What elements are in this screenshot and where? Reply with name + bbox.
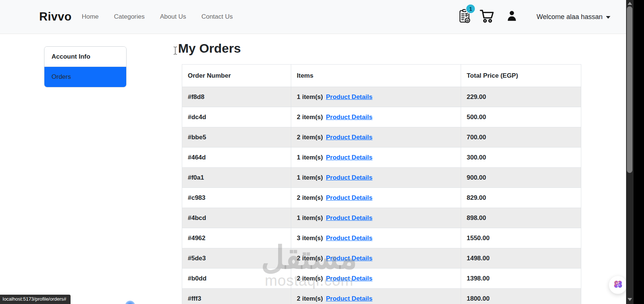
- header-order-number: Order Number: [182, 65, 291, 87]
- total-price-cell: 500.00: [461, 107, 581, 127]
- product-details-link[interactable]: Product Details: [326, 235, 373, 242]
- orders-table: Order Number Items Total Price (EGP) #f8…: [182, 64, 581, 304]
- header-items: Items: [291, 65, 461, 87]
- product-details-link[interactable]: Product Details: [326, 114, 373, 121]
- items-cell: 2 item(s)Product Details: [291, 248, 461, 269]
- navbar-right: 1: [458, 9, 610, 25]
- items-cell: 2 item(s)Product Details: [291, 107, 461, 127]
- header-total-price: Total Price (EGP): [461, 65, 581, 87]
- product-details-link[interactable]: Product Details: [326, 214, 373, 221]
- order-number-cell: #bbe5: [182, 127, 291, 148]
- total-price-cell: 1800.00: [461, 289, 581, 304]
- account-button[interactable]: [506, 10, 517, 24]
- order-row: #4962 3 item(s)Product Details 1550.00: [182, 228, 581, 248]
- order-number-cell: #5de3: [182, 248, 291, 269]
- user-icon: [506, 10, 517, 24]
- order-row: #fff3 2 item(s)Product Details 1800.00: [182, 289, 581, 304]
- total-price-cell: 829.00: [461, 188, 581, 208]
- total-price-cell: 1398.00: [461, 269, 581, 289]
- items-cell: 1 item(s)Product Details: [291, 87, 461, 107]
- order-number-cell: #4bcd: [182, 208, 291, 228]
- nav-link-categories[interactable]: Categories: [114, 13, 144, 21]
- items-cell: 2 item(s)Product Details: [291, 289, 461, 304]
- navbar: Rivvo Home Categories About Us Contact U…: [0, 0, 626, 34]
- welcome-label: Welcome alaa hassan: [536, 13, 603, 21]
- nav-link-about[interactable]: About Us: [160, 13, 186, 21]
- order-row: #464d 1 item(s)Product Details 300.00: [182, 148, 581, 168]
- order-row: #f8d8 1 item(s)Product Details 229.00: [182, 87, 581, 107]
- product-details-link[interactable]: Product Details: [326, 255, 373, 262]
- orders-count-badge: 1: [466, 4, 476, 14]
- order-number-cell: #c983: [182, 188, 291, 208]
- link-status-bar: localhost:5173/profile/orders#: [0, 295, 71, 304]
- sidebar-item-account-info[interactable]: Account Info: [44, 47, 126, 67]
- total-price-cell: 1550.00: [461, 228, 581, 248]
- items-cell: 1 item(s)Product Details: [291, 208, 461, 228]
- caret-down-icon: [606, 16, 610, 19]
- total-price-cell: 700.00: [461, 127, 581, 148]
- product-details-link[interactable]: Product Details: [326, 93, 373, 100]
- cart-button[interactable]: [479, 9, 495, 25]
- order-row: #5de3 2 item(s)Product Details 1498.00: [182, 248, 581, 269]
- items-cell: 2 item(s)Product Details: [291, 269, 461, 289]
- account-sidebar: Account Info Orders: [44, 46, 127, 87]
- total-price-cell: 898.00: [461, 208, 581, 228]
- product-details-link[interactable]: Product Details: [326, 194, 373, 201]
- main-nav: Home Categories About Us Contact Us: [82, 13, 233, 21]
- items-cell: 3 item(s)Product Details: [291, 228, 461, 248]
- nav-link-contact[interactable]: Contact Us: [201, 13, 233, 21]
- product-details-link[interactable]: Product Details: [326, 154, 373, 161]
- orders-list-button[interactable]: 1: [458, 9, 471, 25]
- order-number-cell: #fff3: [182, 289, 291, 304]
- order-row: #dc4d 2 item(s)Product Details 500.00: [182, 107, 581, 127]
- product-details-link[interactable]: Product Details: [326, 295, 373, 302]
- order-row: #bbe5 2 item(s)Product Details 700.00: [182, 127, 581, 148]
- assistant-button[interactable]: [609, 276, 627, 294]
- total-price-cell: 229.00: [461, 87, 581, 107]
- page-title: My Orders: [178, 41, 241, 56]
- scrollbar-thumb[interactable]: [627, 6, 632, 173]
- order-number-cell: #f8d8: [182, 87, 291, 107]
- order-row: #b0dd 2 item(s)Product Details 1398.00: [182, 269, 581, 289]
- order-number-cell: #4962: [182, 228, 291, 248]
- scroll-up-arrow[interactable]: [628, 2, 632, 5]
- items-cell: 1 item(s)Product Details: [291, 168, 461, 188]
- order-number-cell: #f0a1: [182, 168, 291, 188]
- user-menu[interactable]: Welcome alaa hassan: [536, 13, 610, 21]
- screen-edge: [634, 0, 644, 304]
- blue-widget-dot: [125, 301, 135, 304]
- order-row: #4bcd 1 item(s)Product Details 898.00: [182, 208, 581, 228]
- order-number-cell: #dc4d: [182, 107, 291, 127]
- total-price-cell: 900.00: [461, 168, 581, 188]
- browser-viewport: Rivvo Home Categories About Us Contact U…: [0, 0, 644, 304]
- table-header-row: Order Number Items Total Price (EGP): [182, 65, 581, 87]
- scroll-down-arrow[interactable]: [628, 298, 632, 301]
- items-cell: 2 item(s)Product Details: [291, 188, 461, 208]
- order-row: #f0a1 1 item(s)Product Details 900.00: [182, 168, 581, 188]
- product-details-link[interactable]: Product Details: [326, 275, 373, 282]
- items-cell: 1 item(s)Product Details: [291, 148, 461, 168]
- text-cursor-icon: [173, 46, 177, 56]
- order-number-cell: #b0dd: [182, 269, 291, 289]
- items-cell: 2 item(s)Product Details: [291, 127, 461, 148]
- brain-icon: [613, 279, 623, 291]
- total-price-cell: 300.00: [461, 148, 581, 168]
- order-row: #c983 2 item(s)Product Details 829.00: [182, 188, 581, 208]
- product-details-link[interactable]: Product Details: [326, 174, 373, 181]
- product-details-link[interactable]: Product Details: [326, 134, 373, 141]
- nav-link-home[interactable]: Home: [82, 13, 99, 21]
- order-number-cell: #464d: [182, 148, 291, 168]
- total-price-cell: 1498.00: [461, 248, 581, 269]
- page-scrollbar: [626, 0, 634, 304]
- shopping-cart-icon: [479, 9, 495, 25]
- brand-logo[interactable]: Rivvo: [39, 10, 72, 24]
- sidebar-item-orders[interactable]: Orders: [44, 67, 126, 87]
